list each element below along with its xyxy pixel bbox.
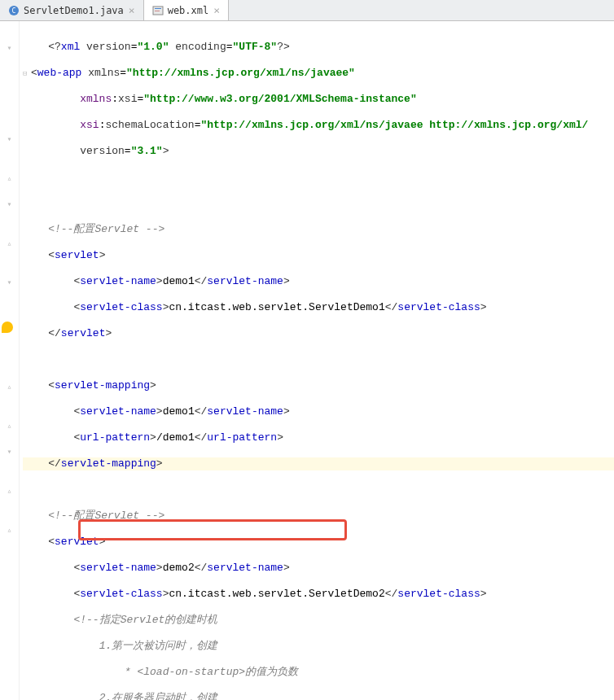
tab-label: ServletDemo1.java [24,5,124,16]
xml-file-icon [152,5,164,16]
svg-rect-4 [155,11,160,11]
close-icon[interactable]: × [129,4,135,16]
lightbulb-icon[interactable] [2,322,13,333]
gutter: ▾ ▾ ▵ ▾ ▵ ▾ ▵ ▵ ▾ ▵ ▵ [0,21,20,700]
tab-servletdemo1[interactable]: C ServletDemo1.java × [0,0,144,20]
tab-bar: C ServletDemo1.java × web.xml × [0,0,614,21]
tab-webxml[interactable]: web.xml × [144,0,229,20]
svg-rect-3 [155,8,161,9]
code-content[interactable]: <?xml version="1.0" encoding="UTF-8"?> ⊟… [20,21,614,700]
svg-text:C: C [12,7,16,15]
java-file-icon: C [8,5,20,16]
code-editor[interactable]: ▾ ▾ ▵ ▾ ▵ ▾ ▵ ▵ ▾ ▵ ▵ <?xml version="1.0… [0,21,614,700]
close-icon[interactable]: × [213,4,220,16]
tab-label: web.xml [168,5,209,16]
